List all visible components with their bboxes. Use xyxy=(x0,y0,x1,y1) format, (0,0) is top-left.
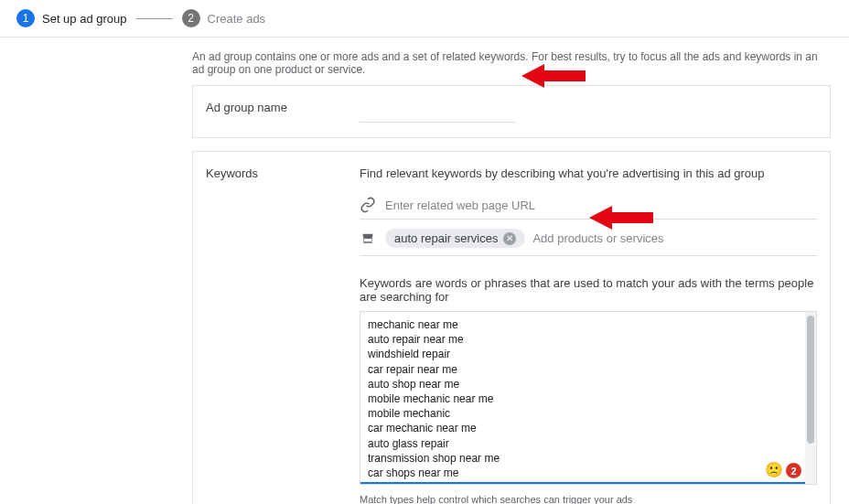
step-2-label: Create ads xyxy=(208,12,266,26)
product-chip-text: auto repair services xyxy=(394,231,498,245)
stepper: 1 Set up ad group 2 Create ads xyxy=(0,0,849,38)
intro-text: An ad group contains one or more ads and… xyxy=(192,38,831,85)
page-content: An ad group contains one or more ads and… xyxy=(0,38,849,504)
feedback-face-icon[interactable]: 🙁 xyxy=(765,461,783,478)
keywords-box: 🙁 2 xyxy=(360,311,817,485)
scrollbar-track[interactable] xyxy=(805,312,816,484)
link-icon xyxy=(360,197,376,213)
step-2[interactable]: 2 Create ads xyxy=(182,9,266,27)
store-icon xyxy=(360,231,376,247)
step-divider xyxy=(136,18,173,19)
ad-group-name-label: Ad group name xyxy=(206,101,360,123)
chip-close-icon[interactable]: ✕ xyxy=(503,232,516,245)
ad-group-name-input[interactable] xyxy=(360,101,515,123)
related-url-input[interactable] xyxy=(385,198,817,212)
url-row xyxy=(360,191,817,220)
keywords-label: Keywords xyxy=(206,166,360,504)
notification-badge[interactable]: 2 xyxy=(786,463,801,478)
step-1[interactable]: 1 Set up ad group xyxy=(16,9,127,27)
keywords-card: Keywords Find relevant keywords by descr… xyxy=(192,151,831,504)
step-1-label: Set up ad group xyxy=(42,12,127,26)
keywords-textarea[interactable] xyxy=(360,312,805,484)
add-products-input[interactable] xyxy=(532,231,817,245)
product-row: auto repair services ✕ xyxy=(360,220,817,256)
step-2-badge: 2 xyxy=(182,9,200,27)
match-help-text: Match types help control which searches … xyxy=(360,494,817,504)
product-chip[interactable]: auto repair services ✕ xyxy=(385,229,525,248)
ad-group-name-card: Ad group name xyxy=(192,85,831,138)
keywords-instruction: Find relevant keywords by describing wha… xyxy=(360,166,817,180)
step-1-badge: 1 xyxy=(16,9,35,27)
keywords-description: Keywords are words or phrases that are u… xyxy=(360,276,817,304)
scrollbar-thumb[interactable] xyxy=(807,316,814,444)
